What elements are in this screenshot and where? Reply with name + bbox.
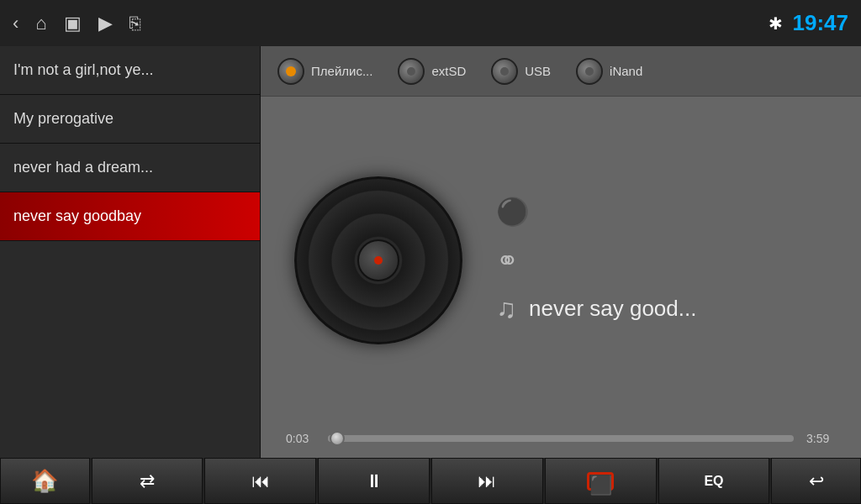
back-icon[interactable]: ‹ <box>13 13 18 34</box>
player-content: ⚫ ⚭ ♫ never say good... <box>261 97 861 423</box>
playlist-item-2[interactable]: My prerogative <box>0 95 260 144</box>
shield-icon[interactable]: ▶ <box>98 13 113 34</box>
repeat-icon: ⬛ <box>587 472 614 491</box>
next-button[interactable]: ⏭ <box>431 458 543 504</box>
playlist-item-1[interactable]: I'm not a girl,not ye... <box>0 46 260 95</box>
repeat-button[interactable]: ⬛ <box>545 458 657 504</box>
source-tab-playlist[interactable]: Плейлис... <box>277 58 372 85</box>
status-bar: ‹ ⌂ ▣ ▶ ⎘ ✱ 19:47 <box>0 0 861 46</box>
player-panel: Плейлис... extSD USB iNand <box>261 46 861 458</box>
music-note-icon: ♫ <box>496 293 516 324</box>
back-button[interactable]: ↩ <box>771 458 861 504</box>
prev-button[interactable]: ⏮ <box>204 458 316 504</box>
progress-section: 0:03 3:59 <box>261 423 861 458</box>
eq-button[interactable]: EQ <box>658 458 770 504</box>
home-icon[interactable]: ⌂ <box>35 13 46 34</box>
time-end: 3:59 <box>806 432 836 445</box>
disc-center-dot <box>374 256 383 265</box>
source-tab-usb[interactable]: USB <box>491 58 551 85</box>
track-info: ⚫ ⚭ ♫ never say good... <box>462 196 827 324</box>
source-tab-inand[interactable]: iNand <box>576 58 642 85</box>
controls-bar: 🏠 ⇄ ⏮ ⏸ ⏭ ⬛ EQ ↩ <box>0 458 861 504</box>
pause-button[interactable]: ⏸ <box>318 458 430 504</box>
eq-label: EQ <box>704 474 723 489</box>
image-icon[interactable]: ⎘ <box>129 13 140 34</box>
playlist-panel: I'm not a girl,not ye... My prerogative … <box>0 46 261 458</box>
window-icon[interactable]: ▣ <box>64 13 82 34</box>
now-playing-row: ♫ never say good... <box>496 293 696 324</box>
playlist-item-3[interactable]: never had a dream... <box>0 144 260 192</box>
shuffle-button[interactable]: ⇄ <box>92 458 203 504</box>
disc-container <box>294 176 462 344</box>
progress-thumb[interactable] <box>330 431 345 446</box>
now-playing-title: never say good... <box>529 296 696 322</box>
main-layout: I'm not a girl,not ye... My prerogative … <box>0 46 861 458</box>
source-tab-extsd[interactable]: extSD <box>398 58 466 85</box>
bluetooth-icon: ✱ <box>769 13 783 34</box>
album-icon: ⚭ <box>496 244 519 276</box>
source-tabs: Плейлис... extSD USB iNand <box>261 46 861 97</box>
time-start: 0:03 <box>286 432 315 445</box>
playlist-item-4[interactable]: never say goodbay <box>0 192 260 241</box>
artist-icon: ⚫ <box>496 196 530 228</box>
home-button[interactable]: 🏠 <box>0 458 90 504</box>
progress-bar[interactable] <box>328 435 794 442</box>
time-display: 19:47 <box>793 10 849 36</box>
